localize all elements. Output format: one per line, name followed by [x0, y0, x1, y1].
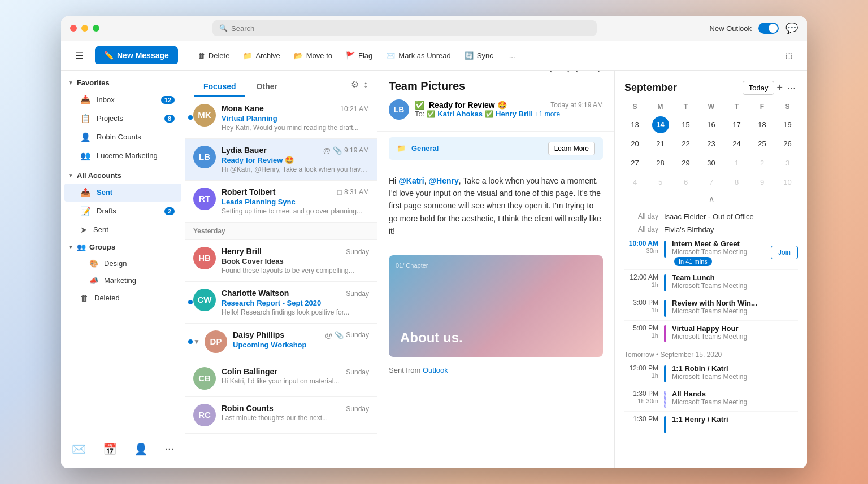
cal-day[interactable]: 5	[652, 174, 669, 191]
cal-day[interactable]: 2	[754, 155, 771, 172]
calendar-today-button[interactable]: Today	[743, 81, 775, 95]
mark-unread-button[interactable]: ✉️ Mark as Unread	[380, 48, 456, 63]
tab-focused[interactable]: Focused	[194, 77, 245, 97]
cal-day[interactable]: 27	[627, 155, 644, 172]
cal-day[interactable]: 30	[703, 155, 720, 172]
maximize-button[interactable]	[93, 25, 99, 32]
sidebar-item-lucerne[interactable]: 👥 Lucerne Marketing	[64, 147, 181, 165]
delete-button[interactable]: 🗑 Delete	[192, 48, 236, 63]
sidebar-item-drafts[interactable]: 📝 Drafts 2	[64, 202, 181, 220]
outlook-link[interactable]: Outlook	[423, 366, 448, 374]
cal-day[interactable]: 13	[627, 116, 644, 133]
new-outlook-toggle[interactable]	[758, 23, 779, 34]
avatar: CW	[193, 289, 216, 311]
sidebar-item-sent2[interactable]: ➤ Sent	[64, 221, 181, 239]
calendar-footer-btn[interactable]: 📅	[99, 439, 120, 459]
calendar-collapse-button[interactable]: ∧	[615, 192, 807, 206]
sender-row: LB ✅ Ready for Review 🤩 Today at 9:19 AM…	[389, 99, 603, 120]
hamburger-menu[interactable]: ☰	[70, 46, 88, 64]
cal-day[interactable]: 22	[678, 136, 695, 152]
cal-day[interactable]: 7	[703, 174, 720, 191]
email-image-preview: 01/ Chapter About us.	[389, 255, 603, 357]
email-item[interactable]: RT Robert Tolbert □ 8:31 AM Leads Planni…	[185, 181, 377, 223]
sidebar-item-inbox[interactable]: 📥 Inbox 12	[64, 91, 181, 109]
sidebar-item-sent[interactable]: 📤 Sent	[64, 184, 181, 202]
email-item[interactable]: LB Lydia Bauer @ 📎 9:19 AM Ready for Rev…	[185, 139, 377, 181]
more-toolbar-button[interactable]: ...	[504, 48, 521, 63]
new-message-button[interactable]: ✏️ New Message	[95, 46, 178, 64]
archive-button[interactable]: 📁 Archive	[237, 48, 285, 63]
search-input[interactable]	[231, 24, 590, 33]
sent2-icon: ➤	[80, 225, 88, 235]
email-sender: Lydia Bauer	[222, 146, 267, 155]
cal-day[interactable]: 18	[754, 116, 771, 133]
chat-icon[interactable]: 💬	[785, 22, 798, 34]
general-tag[interactable]: General	[411, 144, 439, 152]
sidebar-item-robin-counts[interactable]: 👤 Robin Counts	[64, 128, 181, 146]
email-item[interactable]: RC Robin Counts Sunday Last minute thoug…	[185, 397, 377, 434]
expand-button[interactable]: ⬚	[780, 48, 798, 63]
sidebar-item-marketing[interactable]: 📣 Marketing	[64, 272, 181, 289]
favorites-header[interactable]: ▼ Favorites	[61, 75, 185, 90]
tab-other[interactable]: Other	[248, 77, 287, 97]
sync-button[interactable]: 🔄 Sync	[459, 48, 499, 63]
cal-day[interactable]: 17	[728, 116, 745, 133]
cal-day[interactable]: 16	[703, 116, 720, 133]
recipient2[interactable]: Henry Brill	[496, 110, 533, 118]
sidebar-item-projects[interactable]: 📋 Projects 8	[64, 110, 181, 128]
minimize-button[interactable]	[81, 25, 88, 32]
cal-day[interactable]: 23	[703, 136, 720, 152]
join-button[interactable]: Join	[771, 246, 798, 259]
mail-footer-btn[interactable]: ✉️	[68, 439, 89, 459]
date-separator: Yesterday	[185, 223, 377, 240]
more-recipients[interactable]: +1 more	[535, 110, 560, 118]
forward-btn[interactable]: ↪	[590, 71, 603, 79]
cal-day[interactable]: 4	[627, 174, 644, 191]
cal-day[interactable]: 29	[678, 155, 695, 172]
cal-day[interactable]: 28	[652, 155, 669, 172]
email-preview: Hey Katri, Would you mind reading the dr…	[222, 124, 369, 132]
cal-day-today[interactable]: 14	[652, 116, 669, 133]
cal-day[interactable]: 10	[779, 174, 796, 191]
contacts-footer-btn[interactable]: 👤	[131, 439, 151, 459]
cal-day[interactable]: 20	[627, 136, 644, 152]
cal-day[interactable]: 26	[779, 136, 796, 152]
email-item[interactable]: CW Charlotte Waltson Sunday Research Rep…	[185, 282, 377, 324]
cal-day[interactable]: 6	[678, 174, 695, 191]
cal-day[interactable]: 9	[754, 174, 771, 191]
email-item[interactable]: MK Mona Kane 10:21 AM Virtual Planning H…	[185, 97, 377, 139]
reply-btn[interactable]: ↩	[546, 71, 559, 79]
cal-day[interactable]: 19	[779, 116, 796, 133]
event-bar	[664, 416, 666, 433]
at-icon: @	[325, 331, 332, 339]
flag-button[interactable]: 🚩 Flag	[340, 48, 378, 63]
cal-day[interactable]: 1	[728, 155, 745, 172]
move-to-button[interactable]: 📂 Move to	[288, 48, 338, 63]
cal-day[interactable]: 24	[728, 136, 745, 152]
search-bar[interactable]: 🔍	[212, 20, 597, 36]
sidebar-item-design[interactable]: 🎨 Design	[64, 255, 181, 272]
cal-day[interactable]: 15	[678, 116, 695, 133]
cal-day[interactable]: 21	[652, 136, 669, 152]
email-item[interactable]: HB Henry Brill Sunday Book Cover Ideas F…	[185, 240, 377, 282]
more-footer-btn[interactable]: ···	[161, 439, 177, 459]
weekday-f: F	[749, 101, 775, 113]
calendar-more-button[interactable]: ···	[785, 80, 798, 96]
email-item[interactable]: ▼ DP Daisy Phillips @ 📎 Sunday Upcoming …	[185, 324, 377, 360]
learn-more-button[interactable]: Learn More	[548, 142, 595, 155]
cal-day[interactable]: 3	[779, 155, 796, 172]
cal-day[interactable]: 25	[754, 136, 771, 152]
reply-all-btn[interactable]: ↩↩	[564, 71, 585, 79]
filter-btn[interactable]: ⚙	[351, 79, 359, 90]
all-accounts-header[interactable]: ▼ All Accounts	[61, 168, 185, 183]
recipient1[interactable]: Katri Ahokas	[437, 110, 483, 118]
close-button[interactable]	[70, 25, 77, 32]
calendar-add-button[interactable]: +	[774, 80, 785, 96]
sidebar-item-deleted[interactable]: 🗑 Deleted	[64, 289, 181, 307]
cal-day[interactable]: 8	[728, 174, 745, 191]
groups-header[interactable]: ▼ 👥 Groups	[61, 239, 185, 255]
event-subtitle: Microsoft Teams Meeting	[672, 373, 798, 381]
event-title: Intern Meet & Greet	[672, 239, 765, 248]
sort-btn[interactable]: ↕	[363, 80, 368, 90]
email-item[interactable]: CB Colin Ballinger Sunday Hi Katri, I'd …	[185, 360, 377, 397]
